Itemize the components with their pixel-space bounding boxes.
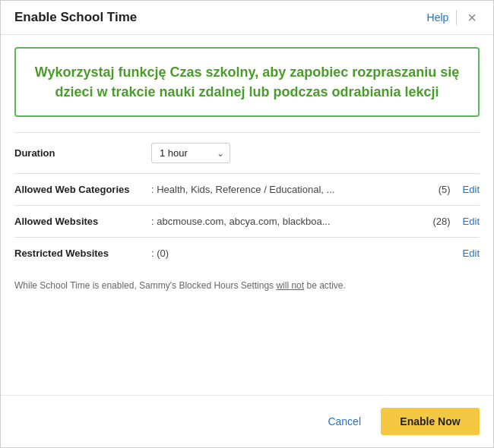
close-button[interactable]: × [464, 8, 480, 27]
dialog-header: Enable School Time Help × [1, 1, 493, 35]
cancel-button[interactable]: Cancel [317, 409, 372, 434]
allowed-categories-edit[interactable]: Edit [463, 184, 480, 195]
allowed-categories-label: Allowed Web Categories [14, 184, 144, 195]
duration-row: Duration 30 minutes 1 hour 2 hours 3 hou… [14, 132, 480, 173]
restricted-websites-edit[interactable]: Edit [463, 248, 480, 259]
allowed-categories-value: : Health, Kids, Reference / Educational,… [151, 184, 431, 195]
note-text: While School Time is enabled, Sammy's Bl… [14, 279, 480, 292]
dialog-footer: Cancel Enable Now [1, 395, 493, 447]
allowed-websites-label: Allowed Websites [14, 216, 144, 227]
restricted-websites-label: Restricted Websites [14, 248, 144, 259]
promo-box: Wykorzystaj funkcję Czas szkolny, aby za… [14, 47, 480, 117]
note-before: While School Time is enabled, Sammy's Bl… [14, 280, 276, 291]
allowed-websites-edit[interactable]: Edit [463, 216, 480, 227]
duration-select[interactable]: 30 minutes 1 hour 2 hours 3 hours 4 hour… [151, 143, 230, 163]
header-actions: Help × [427, 8, 480, 27]
enable-now-button[interactable]: Enable Now [381, 408, 480, 435]
dialog-title: Enable School Time [14, 10, 137, 25]
allowed-websites-count: (28) [432, 216, 450, 227]
restricted-websites-value: : (0) [151, 248, 455, 259]
duration-select-wrapper: 30 minutes 1 hour 2 hours 3 hours 4 hour… [151, 143, 230, 163]
promo-text: Wykorzystaj funkcję Czas szkolny, aby za… [31, 62, 463, 102]
allowed-categories-row: Allowed Web Categories : Health, Kids, R… [14, 173, 480, 205]
note-highlight: will not [276, 280, 304, 291]
enable-school-time-dialog: Enable School Time Help × Wykorzystaj fu… [0, 0, 494, 448]
note-after: be active. [304, 280, 346, 291]
allowed-categories-count: (5) [439, 184, 451, 195]
dialog-body: Wykorzystaj funkcję Czas szkolny, aby za… [1, 35, 493, 395]
header-divider [456, 10, 457, 25]
allowed-websites-value: : abcmouse.com, abcya.com, blackboa... [151, 216, 425, 227]
allowed-websites-row: Allowed Websites : abcmouse.com, abcya.c… [14, 205, 480, 237]
restricted-websites-row: Restricted Websites : (0) Edit [14, 237, 480, 269]
duration-label: Duration [14, 147, 144, 159]
help-link[interactable]: Help [427, 11, 449, 24]
